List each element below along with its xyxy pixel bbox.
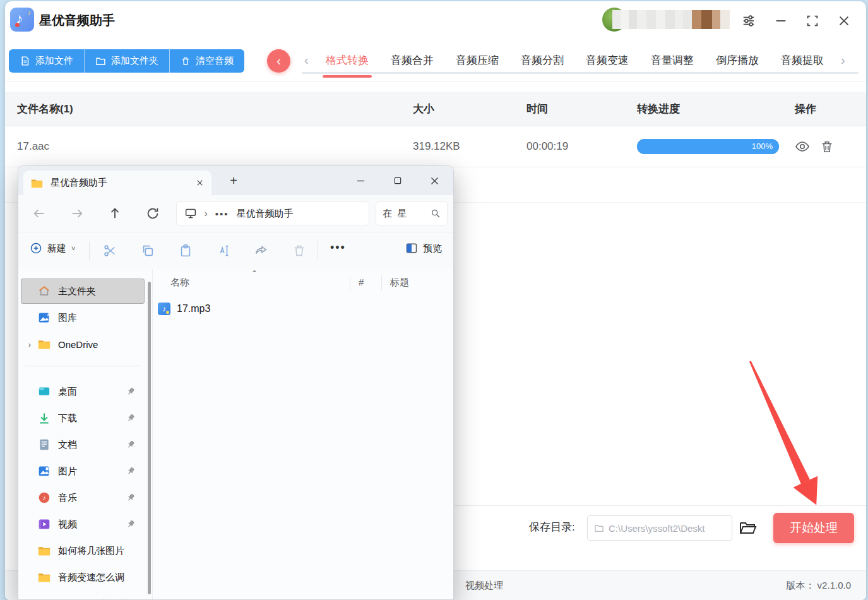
paste-button[interactable]: [179, 244, 193, 258]
new-tab-button[interactable]: +: [225, 172, 242, 189]
rename-button[interactable]: [217, 244, 230, 258]
breadcrumb-current: 星优音频助手: [236, 208, 293, 220]
preview-pane-icon: [405, 242, 418, 255]
refresh-icon[interactable]: [146, 207, 160, 220]
tab-reverse-play[interactable]: 倒序播放: [716, 53, 759, 68]
back-icon[interactable]: [32, 207, 46, 220]
file-actions-toolbar: 添加文件 添加文件夹 清空音频: [9, 49, 244, 73]
screen: ♪ ♪ 星优音频助手: [0, 0, 868, 600]
pin-icon: [126, 467, 135, 476]
copy-button[interactable]: [141, 244, 155, 258]
more-options-button[interactable]: •••: [330, 241, 346, 255]
share-button[interactable]: [254, 244, 268, 258]
col-filename: 文件名称(1): [17, 102, 413, 116]
svg-text:♪: ♪: [42, 494, 45, 501]
add-file-button[interactable]: 添加文件: [9, 49, 84, 73]
collapse-panel-button[interactable]: ‹: [267, 49, 290, 73]
sidebar-item-documents[interactable]: 文档: [21, 432, 145, 457]
sidebar-item-home[interactable]: 主文件夹: [21, 279, 145, 304]
explorer-titlebar: 星优音频助手 +: [18, 166, 453, 195]
search-box[interactable]: 在 星: [376, 201, 448, 225]
minimize-button[interactable]: [773, 13, 789, 29]
start-process-button[interactable]: 开始处理: [773, 513, 854, 543]
browse-folder-button[interactable]: [739, 520, 757, 536]
file-explorer-window: 星优音频助手 + › ••• 星优音: [18, 165, 454, 600]
cell-size: 319.12KB: [413, 140, 526, 153]
progress-bar: 100%: [637, 139, 779, 154]
pin-icon: [126, 414, 135, 423]
trash-icon: [181, 56, 191, 66]
tab-audio-extract[interactable]: 音频提取: [781, 53, 824, 68]
cut-button[interactable]: [103, 244, 117, 258]
delete-row-icon[interactable]: [820, 140, 834, 153]
table-row[interactable]: 17.aac 319.12KB 00:00:19 100%: [5, 126, 866, 167]
explorer-minimize-button[interactable]: [351, 171, 370, 190]
sort-chevron-icon[interactable]: ⌃: [251, 269, 258, 278]
home-icon: [38, 285, 51, 297]
folder-icon: [38, 545, 51, 556]
column-number[interactable]: #: [359, 277, 364, 287]
expand-chevron-icon[interactable]: ›: [21, 340, 38, 349]
cell-filename: 17.aac: [17, 140, 413, 153]
explorer-file-list: ⌃ 名称 # 标题 ♪ 17.mp3: [153, 269, 453, 599]
delete-button[interactable]: [292, 244, 306, 258]
address-bar[interactable]: › ••• 星优音频助手: [176, 201, 369, 225]
forward-icon[interactable]: [70, 207, 84, 220]
sidebar-item-desktop[interactable]: 桌面: [21, 379, 145, 404]
file-list-columns: ⌃ 名称 # 标题: [153, 274, 453, 293]
sidebar-item-pictures[interactable]: 图片: [21, 459, 145, 484]
sidebar-item-gallery[interactable]: 图库: [21, 305, 145, 330]
clear-audio-button[interactable]: 清空音频: [169, 49, 244, 73]
search-text: 在 星: [383, 208, 431, 220]
progress-label: 100%: [752, 141, 773, 151]
close-button[interactable]: [836, 13, 852, 29]
sidebar-scrollbar[interactable]: [148, 282, 151, 594]
desktop-icon: [38, 386, 51, 397]
file-row-17mp3[interactable]: ♪ 17.mp3: [153, 299, 453, 319]
add-folder-button[interactable]: 添加文件夹: [84, 49, 169, 73]
sidebar-item-folder-3[interactable]: 怎么把aac转化为: [21, 591, 145, 599]
tab-audio-speed[interactable]: 音频变速: [586, 53, 629, 68]
sidebar-item-folder-2[interactable]: 音频变速怎么调: [21, 565, 145, 590]
settings-sliders-icon[interactable]: [740, 13, 757, 29]
column-name[interactable]: 名称: [170, 277, 189, 289]
breadcrumb-ellipsis[interactable]: •••: [215, 208, 229, 219]
censored-username: [612, 10, 730, 29]
tabs-scroll-left-icon[interactable]: ‹: [304, 54, 309, 66]
sidebar-item-downloads[interactable]: 下载: [21, 405, 145, 431]
sidebar-item-onedrive[interactable]: › OneDrive: [21, 332, 145, 357]
tab-audio-compress[interactable]: 音频压缩: [456, 53, 499, 68]
column-title[interactable]: 标题: [390, 277, 409, 289]
tabs-scroll-right-icon[interactable]: ›: [841, 54, 845, 66]
folder-icon: [38, 572, 51, 583]
tab-audio-merge[interactable]: 音频合并: [391, 53, 434, 68]
save-dir-path: C:\Users\yssoft2\Deskt: [609, 523, 705, 534]
app-logo-icon: ♪ ♪: [10, 8, 34, 32]
table-header: 文件名称(1) 大小 时间 转换进度 操作: [5, 92, 866, 126]
tab-format-convert[interactable]: 格式转换: [326, 53, 369, 68]
tab-audio-split[interactable]: 音频分割: [521, 53, 564, 68]
search-icon: [431, 208, 441, 219]
explorer-close-button[interactable]: [425, 171, 444, 190]
pin-icon: [126, 493, 135, 502]
new-item-button[interactable]: 新建 ˅: [30, 242, 75, 255]
preview-eye-icon[interactable]: [795, 139, 810, 154]
cell-time: 00:00:19: [526, 140, 637, 153]
explorer-tab[interactable]: 星优音频助手: [23, 171, 211, 195]
folder-small-icon: [594, 523, 604, 533]
footer-video-link[interactable]: 视频处理: [465, 580, 503, 592]
explorer-maximize-button[interactable]: [388, 171, 407, 190]
save-dir-label: 保存目录:: [529, 520, 575, 534]
save-dir-input[interactable]: C:\Users\yssoft2\Deskt: [587, 515, 732, 541]
up-icon[interactable]: [108, 207, 122, 220]
tab-close-icon[interactable]: [196, 179, 204, 187]
explorer-nav-row: › ••• 星优音频助手 在 星: [18, 195, 453, 232]
sidebar-item-music[interactable]: ♪ 音乐: [21, 485, 145, 510]
tab-volume-adjust[interactable]: 音量调整: [651, 53, 694, 68]
preview-toggle-button[interactable]: 预览: [405, 242, 442, 255]
onedrive-folder-icon: [38, 339, 51, 350]
tabs-underline-track: [302, 72, 859, 74]
sidebar-item-videos[interactable]: 视频: [21, 512, 145, 537]
sidebar-item-folder-1[interactable]: 如何将几张图片: [21, 538, 145, 563]
maximize-button[interactable]: [804, 13, 821, 29]
